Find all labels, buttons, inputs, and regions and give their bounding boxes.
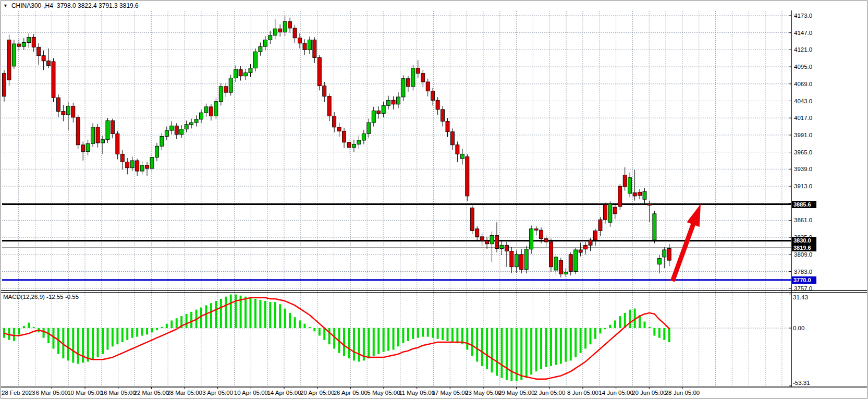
candle-body (7, 40, 11, 80)
candle-body (3, 74, 6, 96)
candle-body (406, 79, 410, 87)
price-tick-label: 4121.0 (794, 46, 812, 53)
time-tick-label[interactable]: 28 Mar 05:00 (167, 390, 202, 396)
time-tick-label[interactable]: 10 Apr 05:00 (234, 390, 268, 396)
macd-histogram-bar (151, 328, 153, 332)
macd-histogram-bar (584, 328, 586, 348)
macd-histogram-bar (491, 328, 493, 372)
candle-body (584, 245, 588, 249)
candle-body (244, 72, 248, 76)
macd-histogram-bar (594, 328, 596, 339)
time-tick-label[interactable]: 8 Jun 05:00 (567, 390, 598, 396)
macd-histogram-bar (106, 328, 108, 350)
candle-body (209, 107, 213, 116)
macd-histogram-bar (471, 328, 473, 356)
time-tick-label[interactable]: 23 May 05:00 (465, 390, 502, 396)
candle-body (382, 105, 385, 113)
candle-body (56, 98, 60, 111)
candle-body (421, 74, 425, 82)
macd-histogram-bar (348, 328, 350, 358)
macd-histogram-bar (377, 328, 380, 354)
candle-body (170, 126, 174, 130)
candle-body (37, 47, 41, 55)
ohlc-readout: 3798.0 3822.4 3791.3 3819.6 (57, 2, 139, 9)
price-tick-label: 3965.0 (794, 149, 812, 155)
candle-body (530, 229, 533, 249)
macd-histogram-bar (136, 328, 138, 337)
macd-histogram-bar (530, 328, 532, 374)
macd-histogram-bar (126, 328, 128, 340)
candle-body (392, 100, 395, 104)
macd-histogram-bar (53, 328, 55, 348)
macd-histogram-bar (309, 327, 311, 328)
candle-body (96, 127, 100, 143)
macd-histogram-bar (220, 299, 222, 328)
symbol-dropdown-icon[interactable]: ▼ (3, 4, 8, 8)
candle-body (490, 235, 494, 244)
candle-body (598, 220, 602, 231)
macd-histogram-bar (254, 299, 256, 328)
macd-histogram-bar (550, 328, 552, 366)
time-tick-label[interactable]: 22 Mar 05:00 (133, 390, 169, 396)
time-tick-label[interactable]: 26 Apr 05:00 (334, 390, 368, 396)
time-tick-label[interactable]: 14 Apr 05:00 (267, 390, 301, 396)
time-tick-label[interactable]: 28 Jun 05:00 (665, 390, 700, 396)
time-tick-label[interactable]: 28 Feb 2023 (2, 390, 35, 396)
time-tick-label[interactable]: 2 Jun 05:00 (534, 390, 565, 396)
chart-background (0, 0, 868, 399)
symbol-period-label: CHINA300-,H4 (11, 2, 53, 9)
time-tick-label[interactable]: 14 Jun 05:00 (598, 390, 633, 396)
macd-histogram-bar (353, 328, 355, 360)
candle-body (520, 255, 523, 270)
price-tick-label: 4017.0 (794, 115, 812, 121)
time-tick-label[interactable]: 20 Apr 05:00 (300, 390, 334, 396)
macd-histogram-bar (432, 328, 434, 338)
macd-histogram-bar (649, 327, 651, 328)
candle-body (239, 69, 242, 76)
macd-histogram-bar (442, 328, 444, 340)
candle-body (431, 91, 435, 101)
macd-histogram-bar (43, 328, 45, 338)
time-tick-label[interactable]: 17 May 05:00 (432, 390, 468, 396)
candle-body (377, 111, 381, 113)
macd-histogram-bar (299, 320, 301, 328)
macd-histogram-bar (560, 328, 562, 364)
candle-body (62, 112, 65, 115)
candle-body (495, 235, 499, 248)
time-tick-label[interactable]: 6 Mar 05:00 (36, 390, 68, 396)
macd-histogram-bar (427, 328, 429, 337)
macd-histogram-bar (520, 328, 522, 380)
macd-histogram-bar (210, 303, 212, 328)
candle-body (283, 21, 287, 32)
chart-plot[interactable]: 4173.04147.04121.04095.04069.04043.04017… (0, 0, 868, 399)
macd-histogram-bar (279, 304, 281, 328)
candle-body (185, 125, 188, 129)
macd-histogram-bar (614, 320, 616, 328)
price-tick-label: 3913.0 (794, 183, 812, 189)
time-tick-label[interactable]: 20 Jun 05:00 (632, 390, 667, 396)
time-tick-label[interactable]: 16 Mar 05:00 (101, 390, 136, 396)
candle-body (12, 44, 16, 66)
macd-histogram-bar (580, 328, 582, 353)
time-tick-label[interactable]: 5 May 05:00 (367, 390, 400, 396)
candle-body (357, 140, 361, 144)
price-tag-resistance: 3885.6 (792, 201, 816, 208)
candle-body (352, 144, 356, 148)
time-tick-label[interactable]: 10 Mar 05:00 (67, 390, 103, 396)
macd-histogram-bar (629, 310, 631, 328)
macd-histogram-bar (373, 328, 375, 356)
time-tick-label[interactable]: 29 May 05:00 (498, 390, 535, 396)
candle-body (136, 161, 139, 171)
time-tick-label[interactable]: 3 Apr 05:00 (202, 390, 233, 396)
macd-indicator-label: MACD(12,26,9) -12.55 -0.55 (3, 294, 79, 300)
candle-body (608, 204, 612, 222)
candle-body (480, 237, 484, 241)
macd-histogram-bar (422, 328, 424, 337)
candle-body (643, 191, 646, 199)
candle-body (219, 87, 223, 102)
candle-body (485, 240, 489, 244)
time-tick-label[interactable]: 11 May 05:00 (399, 390, 435, 396)
candle-body (515, 255, 518, 267)
macd-histogram-bar (481, 328, 483, 366)
price-tick-label: 3861.0 (794, 217, 812, 223)
